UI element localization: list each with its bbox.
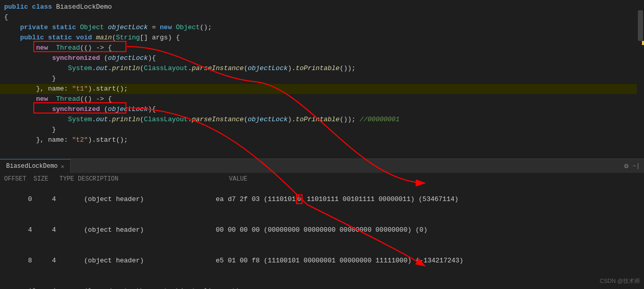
code-line-12: System.out.println(ClassLayout.parseInst… bbox=[0, 115, 644, 125]
code-line-5: new Thread(() -> { bbox=[0, 43, 644, 53]
keyword-class: class bbox=[32, 3, 56, 11]
code-line-2: { bbox=[0, 12, 644, 23]
tab-bar: BiasedLockDemo ✕ ⚙ −| bbox=[0, 159, 644, 173]
code-line-14: }, name: "t2").start(); bbox=[0, 135, 644, 145]
keyword-public: public bbox=[4, 3, 32, 11]
main-container: public class BiasedLockDemo { private st… bbox=[0, 0, 644, 289]
code-line-4: public static void main(String[] args) { bbox=[0, 33, 644, 43]
settings-icon[interactable]: ⚙ bbox=[624, 162, 628, 170]
code-line-7: System.out.println(ClassLayout.parseInst… bbox=[0, 63, 644, 74]
console-row-3: 12 4 (loss due to the next object alignm… bbox=[4, 276, 640, 289]
console-output: OFFSET SIZE TYPE DESCRIPTION VALUE 0 4 (… bbox=[0, 173, 644, 289]
scrollbar-thumb[interactable] bbox=[638, 10, 643, 41]
code-line-9: }, name: "t1").start(); bbox=[0, 84, 644, 94]
scrollbar[interactable] bbox=[637, 0, 644, 159]
class-name: BiasedLockDemo bbox=[56, 3, 112, 11]
console-row-1: 4 4 (object header) 00 00 00 00 (0000000… bbox=[4, 215, 640, 246]
code-line-10: new Thread(() -> { bbox=[0, 94, 644, 104]
tab-close-icon[interactable]: ✕ bbox=[61, 163, 65, 170]
watermark: CSDN @技术师 bbox=[600, 277, 640, 285]
highlight-bit-0: 0 bbox=[296, 194, 303, 204]
tab-settings-area: ⚙ −| bbox=[624, 162, 644, 170]
pin-icon[interactable]: −| bbox=[633, 163, 640, 170]
code-line-3: private static Object objectLock = new O… bbox=[0, 23, 644, 33]
code-line-8: } bbox=[0, 74, 644, 84]
tab-biasedlockdemo[interactable]: BiasedLockDemo ✕ bbox=[0, 159, 71, 173]
tab-label: BiasedLockDemo bbox=[6, 163, 58, 170]
console-header-1: OFFSET SIZE TYPE DESCRIPTION VALUE bbox=[4, 174, 640, 184]
code-editor: public class BiasedLockDemo { private st… bbox=[0, 0, 644, 159]
code-line-13: } bbox=[0, 125, 644, 135]
code-line-6: synchronized (objectLock){ bbox=[0, 53, 644, 63]
scrollbar-accent bbox=[642, 41, 644, 45]
console-row-2: 8 4 (object header) e5 01 00 f8 (1110010… bbox=[4, 246, 640, 276]
code-line-1: public class BiasedLockDemo bbox=[0, 2, 644, 12]
console-row-0: 0 4 (object header) ea d7 2f 03 (1110101… bbox=[4, 184, 640, 215]
code-line-11: synchronized (objectLock){ bbox=[0, 104, 644, 115]
